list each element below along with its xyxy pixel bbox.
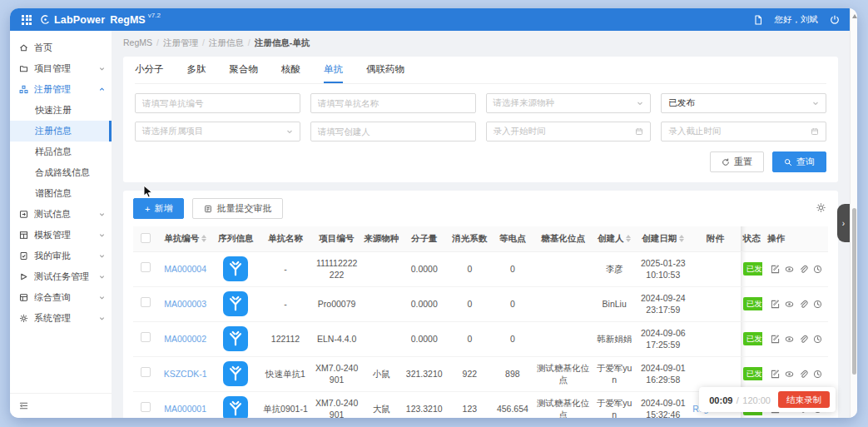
document-icon[interactable] [753,15,763,25]
app-grid-icon[interactable] [22,15,32,25]
antibody-name: - [284,264,287,274]
search-button[interactable]: 查询 [772,151,826,172]
edit-icon[interactable] [771,335,780,344]
reset-button[interactable]: 重置 [710,151,764,172]
antibody-code-input[interactable] [142,98,293,108]
scroll-up-arrow[interactable] [852,14,857,18]
chevron-down-icon [99,295,105,300]
sidebar-item-register-management[interactable]: 注册管理 [10,79,112,100]
attachment-icon[interactable] [799,265,808,274]
table-settings-gear-icon[interactable] [816,202,826,213]
breadcrumb-item[interactable]: 注册管理 [163,37,198,47]
view-icon[interactable] [785,265,794,274]
sidebar-item-sample-info[interactable]: 样品信息 [10,142,112,162]
sidebar-item-test-info[interactable]: 测试信息 [10,204,112,225]
sidebar-item-test-task-management[interactable]: 测试任务管理 [10,266,112,287]
tab-mab[interactable]: 单抗 [324,57,343,83]
tab-polymer[interactable]: 聚合物 [230,57,259,83]
product-version: v7.2 [148,12,161,19]
col-creator[interactable]: 创建人 [593,226,637,251]
window-scrollbar[interactable] [850,8,857,418]
chevron-up-icon [99,87,105,92]
tab-peptide[interactable]: 多肽 [187,57,206,83]
sidebar-item-template-management[interactable]: 模板管理 [10,225,112,246]
antibody-code-link[interactable]: MA000002 [164,334,206,344]
molecular-weight: 123.3210 [406,404,443,414]
row-checkbox[interactable] [141,402,151,412]
row-checkbox[interactable] [141,297,151,307]
sidebar-item-synthesis-route-info[interactable]: 合成路线信息 [10,162,112,183]
tab-adc[interactable]: 偶联药物 [366,57,404,83]
extinction-coefficient: 0 [467,264,472,274]
sidebar-item-home[interactable]: 首页 [10,37,112,58]
attachment-icon[interactable] [799,370,808,379]
species: 小鼠 [373,369,390,379]
batch-submit-approval-button[interactable]: 批量提交审批 [192,198,283,219]
antibody-sequence-icon[interactable] [223,256,248,281]
sort-icon[interactable] [201,235,206,242]
history-icon[interactable] [813,370,822,379]
antibody-name-input[interactable] [318,98,469,108]
attachment-icon[interactable] [799,300,808,309]
start-date-picker[interactable]: 录入开始时间 [486,122,652,142]
sidebar-item-quick-register[interactable]: 快速注册 [10,100,112,121]
history-icon[interactable] [813,335,822,344]
col-project-code: 项目编号 [311,226,362,251]
edit-icon[interactable] [771,265,780,274]
tab-small-molecule[interactable]: 小分子 [135,57,164,83]
row-checkbox[interactable] [141,332,151,342]
chevron-down-icon [99,211,105,217]
antibody-sequence-icon[interactable] [223,396,248,418]
col-created-date[interactable]: 创建日期 [636,226,690,251]
antibody-sequence-icon[interactable] [223,291,248,316]
creator-field[interactable] [310,122,476,142]
sidebar-item-spectrum-info[interactable]: 谱图信息 [10,183,112,204]
antibody-sequence-icon[interactable] [223,361,248,386]
antibody-code-field[interactable] [135,93,300,113]
sort-icon[interactable] [679,235,684,242]
tab-nucleic-acid[interactable]: 核酸 [281,57,300,83]
logout-icon[interactable] [830,15,840,25]
view-icon[interactable] [785,335,794,344]
home-icon [19,43,28,52]
row-checkbox[interactable] [141,367,151,377]
status-select[interactable]: 已发布 [661,93,826,113]
antibody-code-link[interactable]: MA000004 [164,264,206,274]
chevron-down-icon [99,232,105,238]
creator-input[interactable] [318,127,469,137]
antibody-code-link[interactable]: MA000003 [164,299,206,309]
sort-icon[interactable] [626,235,631,242]
sidebar-item-project-management[interactable]: 项目管理 [10,58,112,79]
antibody-name-field[interactable] [310,93,476,113]
antibody-code-link[interactable]: KSZCDK-1 [164,369,207,379]
sidebar-item-system-management[interactable]: 系统管理 [10,308,112,329]
product-name: RegMS [110,14,145,26]
history-icon[interactable] [813,300,822,309]
breadcrumb-item[interactable]: RegMS [123,37,152,47]
view-icon[interactable] [785,370,794,379]
user-greeting[interactable]: 您好，刘斌 [775,14,819,26]
antibody-sequence-icon[interactable] [223,326,248,351]
breadcrumb-item[interactable]: 注册信息 [209,37,244,47]
edit-icon[interactable] [771,370,780,379]
sidebar-item-comprehensive-query[interactable]: 综合查询 [10,287,112,308]
project-select[interactable]: 请选择所属项目 [135,122,300,142]
col-antibody-code[interactable]: 单抗编号 [158,226,212,251]
history-icon[interactable] [813,265,822,274]
species-select[interactable]: 请选择来源物种 [486,93,652,113]
end-date-picker[interactable]: 录入截止时间 [661,122,826,142]
project-code: Pro00079 [318,299,356,309]
scrollbar-thumb[interactable] [852,208,856,375]
select-all-checkbox[interactable] [141,233,151,243]
sidebar-item-register-info[interactable]: 注册信息 [10,121,112,142]
side-drawer-handle[interactable]: › [837,204,850,242]
row-checkbox[interactable] [141,262,151,272]
stop-recording-button[interactable]: 结束录制 [778,391,830,409]
edit-icon[interactable] [771,300,780,309]
sidebar-item-my-approvals[interactable]: 我的审批 [10,246,112,266]
attachment-icon[interactable] [799,335,808,344]
view-icon[interactable] [785,300,794,309]
antibody-code-link[interactable]: MA000001 [164,404,206,414]
add-button[interactable]: +新增 [133,198,184,219]
collapse-sidebar-icon[interactable] [19,401,28,410]
